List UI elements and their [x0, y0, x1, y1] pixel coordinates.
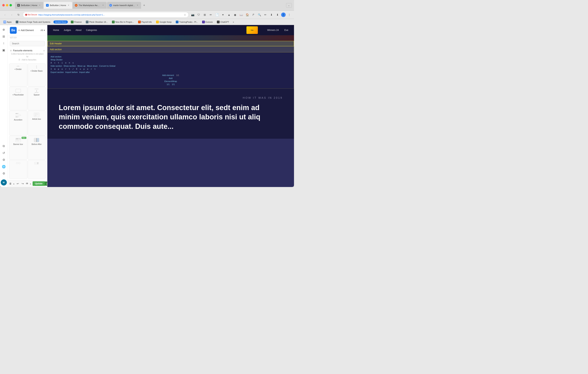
strip-add-icon[interactable]: ⊕ [1, 27, 7, 32]
bookmark-trainingpeaks[interactable]: T TrainingPeaks - Pl... [175, 20, 199, 24]
screen-chevron-icon[interactable]: ▲ [13, 183, 15, 185]
element-before-after[interactable]: Before After [28, 136, 46, 160]
strip-sort-icon[interactable]: ↕ [1, 40, 7, 46]
forward-button[interactable]: › [9, 12, 14, 17]
add-element-button[interactable]: + Add Element [18, 29, 39, 32]
tab-close-1[interactable]: × [38, 4, 41, 7]
element-wrap-link[interactable]: ElementWrap [164, 80, 177, 82]
nav-judges[interactable]: Judges [64, 29, 71, 32]
spark-icon[interactable]: ✦ [220, 12, 225, 17]
ext2-icon[interactable]: ◉ [233, 12, 238, 17]
convert-global-link[interactable]: Convert to Global [99, 65, 115, 67]
strip-history-icon[interactable]: ↺ [1, 150, 7, 156]
bookmark-plesk[interactable]: P Plesk Obsidian 18... [85, 20, 109, 24]
bookmark-jenilot-docs[interactable]: Jenilot Docs [53, 21, 68, 23]
more-icon[interactable]: ⋮ [287, 12, 292, 17]
ext6-icon[interactable]: 🔍 [257, 12, 262, 17]
screen-size-icon[interactable]: 🖥 [9, 182, 12, 185]
profile-icon[interactable]: 👤 [281, 12, 286, 17]
import-before-link[interactable]: Import before [65, 71, 78, 73]
element-accordion[interactable]: + + Accordion [9, 111, 27, 135]
add-to-favourites-link[interactable]: 🗒 › Add to favourites [10, 59, 45, 61]
strip-globe-icon[interactable]: 🌐 [1, 163, 7, 170]
strip-settings-icon[interactable]: ⚙ [1, 170, 7, 176]
tab-marketplace[interactable]: M The Marketplace Awards × [73, 2, 107, 9]
add-section-link[interactable]: Add section [51, 55, 61, 58]
tab-list-button[interactable]: ⌄ [286, 3, 292, 8]
ext4-icon[interactable]: 🏠 [245, 12, 250, 17]
bookmark-finance[interactable]: F Finance [70, 20, 83, 24]
nav-categories[interactable]: Categories [86, 29, 97, 32]
nav-eve[interactable]: Eve [284, 29, 288, 32]
ext7-icon[interactable]: ✏ [263, 12, 268, 17]
camera-icon[interactable]: 📷 [190, 12, 195, 17]
nav-home[interactable]: Home [53, 29, 59, 32]
ext5-icon[interactable]: 𝑃 [251, 12, 256, 17]
show-section-link[interactable]: Show section [64, 65, 76, 67]
preview-eye-icon[interactable]: 👁 [26, 182, 28, 185]
back-button[interactable]: ‹ [2, 12, 8, 17]
all-filter-button[interactable]: All ▾ [41, 29, 45, 32]
bookmark-payroll[interactable]: P Payroll Info [137, 20, 153, 24]
add-element-link[interactable]: Add element [162, 74, 174, 76]
strip-layout-icon[interactable]: ▣ [1, 47, 7, 53]
tab-close-3[interactable]: × [102, 4, 104, 7]
hide-section-link[interactable]: Hide section [51, 65, 62, 67]
url-bar[interactable]: ! Not Secure https://staging.themarketpl… [23, 12, 189, 18]
close-traffic-light[interactable] [2, 4, 5, 6]
ext1-icon[interactable]: ▲ [227, 12, 231, 17]
new-tab-button[interactable]: + [142, 3, 147, 8]
element-divider[interactable]: ─✦─ • Divider [9, 64, 27, 86]
tab-google[interactable]: G martin haworth digital enterp... × [107, 2, 141, 9]
move-down-link[interactable]: Move down [87, 65, 98, 67]
grid-apps-icon[interactable]: ⊞ [202, 12, 207, 17]
export-section-link[interactable]: Export section [51, 71, 64, 73]
maximize-traffic-light[interactable] [10, 4, 12, 6]
element-placeholder[interactable]: • Placeholder [9, 87, 27, 110]
tab-bebuilder-2[interactable]: B BeBuilder | Home × [44, 2, 72, 9]
shield-icon[interactable]: 🛡 [196, 12, 201, 17]
collapse-icon[interactable]: ∧ [43, 49, 45, 52]
move-up-link[interactable]: Move up [77, 65, 85, 67]
search-input[interactable] [10, 41, 45, 46]
bookmark-google-keep[interactable]: K Google Keep [155, 20, 173, 24]
element-more-1[interactable] [9, 160, 27, 179]
minimize-traffic-light[interactable] [6, 4, 8, 6]
tab-bebuilder-1[interactable]: B BeBuilder | Home × [15, 2, 43, 9]
update-button[interactable]: Update [32, 181, 45, 186]
add-link[interactable]: Add [169, 77, 173, 79]
bookmark-more-button[interactable]: » [232, 21, 235, 23]
preview-chevron-icon[interactable]: ▲ [30, 183, 32, 185]
edit-header-button[interactable]: Edit Header [50, 42, 62, 45]
ext3-icon[interactable]: 📖 [239, 12, 244, 17]
element-article-box[interactable]: Article box [28, 111, 46, 135]
bookmark-chatgpt[interactable]: C ChatGPT [216, 20, 230, 24]
bookmark-venture-forge[interactable]: Venture Forge Tools and Systems [15, 20, 52, 24]
strip-filter-icon[interactable]: ⚙ [1, 157, 7, 163]
nav-about[interactable]: About [76, 29, 82, 32]
import-after-link[interactable]: Import after [79, 71, 90, 73]
element-divider-basic[interactable]: ≡ ≡ • Divider Basic [28, 64, 46, 86]
add-section-button[interactable]: Add section [50, 48, 62, 51]
bookmark-star-icon[interactable]: ☆ [184, 13, 186, 16]
ext8-icon[interactable]: ⬇ [269, 12, 274, 17]
refresh-button[interactable]: ↻ [16, 12, 21, 17]
element-banner-box[interactable]: New Banner box [9, 136, 27, 160]
tab-close-2[interactable]: × [67, 4, 70, 7]
edit-pen-icon[interactable]: ✏ [208, 12, 213, 17]
undo-button[interactable]: ↩ [16, 182, 20, 185]
wrap-divider-link[interactable]: Wrap Divider [51, 59, 63, 61]
bookmark-evessio[interactable]: E Evessio [201, 20, 214, 24]
strip-wp-icon[interactable]: W [1, 179, 7, 185]
ext9-icon[interactable]: ⬇ [275, 12, 280, 17]
pdf-icon[interactable]: 📄 [214, 12, 219, 17]
bookmark-apps[interactable]: Apps [2, 20, 13, 24]
strip-grid-icon[interactable]: ⊞ [1, 33, 7, 39]
element-more-2[interactable] [28, 160, 46, 179]
element-spacer[interactable]: ↕ Spacer [28, 87, 46, 110]
redo-button[interactable]: ↪ [21, 182, 25, 185]
tab-close-4[interactable]: × [136, 4, 139, 7]
update-dropdown-button[interactable]: ▲ [45, 182, 47, 186]
nav-winners[interactable]: Winners 24 [267, 29, 279, 32]
strip-layers-icon[interactable]: ⧉ [1, 143, 7, 149]
